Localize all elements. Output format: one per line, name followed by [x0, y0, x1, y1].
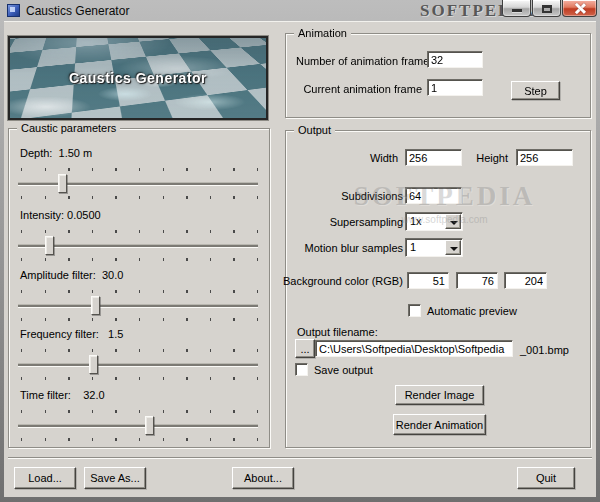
- frequency-slider-thumb[interactable]: [89, 355, 98, 374]
- supersampling-label: Supersampling: [300, 216, 403, 229]
- current-frame-label: Current animation frame: [296, 83, 422, 96]
- supersampling-value: 1x: [410, 215, 422, 228]
- time-slider-track[interactable]: [18, 425, 258, 427]
- quit-button[interactable]: Quit: [517, 467, 575, 489]
- render-image-button[interactable]: Render Image: [395, 385, 484, 405]
- minimize-button[interactable]: [502, 0, 531, 17]
- footer-separator: [8, 457, 592, 459]
- save-output-checkbox[interactable]: [295, 363, 308, 376]
- frequency-filter-label: Frequency filter: 1.5: [20, 328, 123, 340]
- preview-caption: Caustics Generator: [10, 70, 266, 86]
- automatic-preview-label: Automatic preview: [427, 305, 517, 318]
- render-animation-button[interactable]: Render Animation: [393, 414, 486, 435]
- background-r-input[interactable]: [407, 272, 449, 289]
- motion-blur-dropdown[interactable]: 1: [405, 238, 463, 257]
- depth-slider-track[interactable]: [18, 183, 258, 185]
- animation-frames-input[interactable]: [427, 51, 483, 68]
- width-input[interactable]: [405, 149, 462, 166]
- height-input[interactable]: [516, 149, 573, 166]
- background-b-input[interactable]: [504, 272, 547, 289]
- frequency-slider-track[interactable]: [18, 364, 258, 366]
- intensity-ticks-bottom: [21, 258, 258, 261]
- animation-group: Animation: [285, 33, 591, 118]
- depth-label: Depth: 1.50 m: [20, 147, 92, 159]
- chevron-down-icon: [450, 247, 458, 251]
- step-button[interactable]: Step: [511, 81, 560, 100]
- time-filter-label: Time filter: 32.0: [20, 389, 105, 401]
- maximize-button[interactable]: [532, 0, 561, 17]
- window-controls: [502, 0, 597, 17]
- animation-frames-label: Number of animation frames: [296, 55, 422, 68]
- time-ticks-bottom: [21, 438, 258, 441]
- window-title: Caustics Generator: [26, 4, 129, 18]
- frequency-ticks-top: [21, 349, 258, 352]
- save-as-button[interactable]: Save As...: [84, 467, 146, 489]
- app-window: Caustics Generator SOFTPEDIA Caustics Ge…: [0, 0, 600, 502]
- amplitude-ticks-bottom: [21, 318, 258, 321]
- time-filter-slider: Time filter: 32.0: [18, 389, 260, 445]
- subdivisions-input[interactable]: [405, 187, 462, 204]
- amplitude-slider-track[interactable]: [18, 305, 258, 307]
- supersampling-dropdown[interactable]: 1x: [405, 212, 463, 231]
- current-frame-input[interactable]: [427, 79, 483, 96]
- about-button[interactable]: About...: [232, 467, 294, 489]
- height-label: Height: [462, 152, 508, 165]
- browse-button[interactable]: ...: [295, 339, 315, 358]
- supersampling-dropdown-button[interactable]: [445, 214, 461, 229]
- width-label: Width: [340, 152, 398, 165]
- close-icon: [563, 0, 596, 16]
- intensity-label: Intensity: 0.0500: [20, 209, 101, 221]
- automatic-preview-checkbox[interactable]: [408, 304, 421, 317]
- maximize-icon: [542, 5, 552, 13]
- motion-blur-dropdown-button[interactable]: [445, 240, 461, 255]
- amplitude-filter-slider: Amplitude filter: 30.0: [18, 269, 260, 325]
- time-ticks-top: [21, 410, 258, 413]
- output-filename-label: Output filename:: [297, 326, 378, 339]
- app-icon: [7, 4, 20, 17]
- depth-slider-thumb[interactable]: [58, 174, 67, 193]
- caustic-parameters-legend: Caustic parameters: [17, 122, 120, 135]
- output-group-legend: Output: [294, 124, 335, 137]
- motion-blur-label: Motion blur samples: [288, 242, 403, 255]
- depth-ticks-top: [21, 168, 258, 171]
- output-filename-input[interactable]: [315, 340, 513, 357]
- depth-ticks-bottom: [21, 196, 258, 199]
- caustics-preview-image: Caustics Generator: [8, 36, 268, 120]
- save-output-label: Save output: [314, 364, 373, 377]
- intensity-ticks-top: [21, 230, 258, 233]
- subdivisions-label: Subdivisions: [300, 190, 403, 203]
- frequency-ticks-bottom: [21, 377, 258, 380]
- amplitude-ticks-top: [21, 290, 258, 293]
- amplitude-slider-thumb[interactable]: [91, 296, 100, 315]
- frequency-filter-slider: Frequency filter: 1.5: [18, 328, 260, 384]
- animation-group-legend: Animation: [294, 27, 351, 40]
- titlebar[interactable]: Caustics Generator SOFTPEDIA: [0, 0, 600, 21]
- chevron-down-icon: [450, 221, 458, 225]
- depth-slider: Depth: 1.50 m: [18, 147, 260, 203]
- intensity-slider-thumb[interactable]: [45, 236, 54, 255]
- filename-suffix-label: _001.bmp: [520, 344, 569, 357]
- time-slider-thumb[interactable]: [145, 416, 154, 435]
- close-button[interactable]: [562, 0, 597, 17]
- motion-blur-value: 1: [410, 241, 416, 254]
- background-g-input[interactable]: [456, 272, 498, 289]
- background-color-label: Background color (RGB): [283, 275, 398, 288]
- intensity-slider: Intensity: 0.0500: [18, 209, 260, 265]
- amplitude-filter-label: Amplitude filter: 30.0: [20, 269, 123, 281]
- minimize-icon: [512, 9, 522, 12]
- load-button[interactable]: Load...: [14, 467, 76, 489]
